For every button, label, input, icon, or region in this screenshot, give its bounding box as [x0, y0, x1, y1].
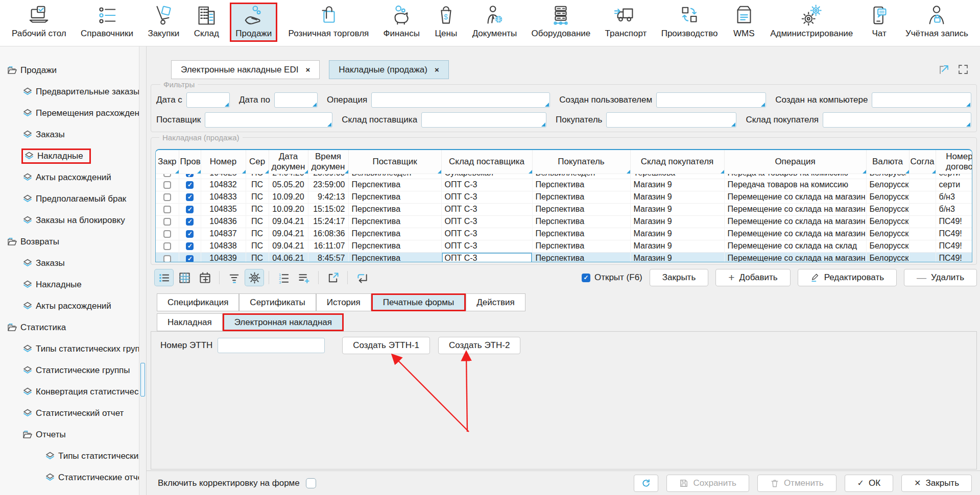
sidebar-item[interactable]: Накладные [0, 274, 139, 295]
add-button[interactable]: +Добавить [715, 269, 790, 286]
checked-checkbox[interactable] [186, 255, 194, 262]
col-contract-number[interactable]: Номер догово [936, 150, 972, 174]
sidebar-item[interactable]: Отчеты [0, 424, 139, 445]
toolbar-item-warehouse[interactable]: Склад [190, 3, 223, 40]
sidebar-item[interactable]: Статистические группы [0, 360, 139, 381]
detail-tab[interactable]: Печатные формы [371, 293, 466, 311]
delete-button[interactable]: —Удалить [904, 269, 977, 286]
document-tab[interactable]: Накладные (продажа) × [329, 60, 448, 79]
table-row[interactable]: 104835 ПС 10.09.20 15:15:02 Перспектива … [156, 203, 972, 215]
table-row[interactable]: 104838 ПС 09.04.21 16:11:07 Перспектива … [156, 240, 972, 252]
cancel-button[interactable]: Отменить [757, 475, 836, 492]
sidebar-item[interactable]: Конвертация статистически [0, 381, 139, 403]
col-number[interactable]: Номер [201, 150, 246, 174]
toolbar-item-retail[interactable]: Розничная торговля [285, 3, 373, 40]
col-operation[interactable]: Операция [724, 150, 866, 174]
closed-checkbox[interactable] [163, 242, 171, 250]
create-ettn1-button[interactable]: Создать ЭТТН-1 [342, 337, 430, 354]
toolbar-item-wms[interactable]: WMS [729, 3, 759, 40]
col-supplier-warehouse[interactable]: Склад поставщика [441, 150, 532, 174]
checked-checkbox[interactable] [186, 242, 194, 250]
buyer-input[interactable] [606, 112, 736, 128]
sidebar-item[interactable]: Статистические отчеты [0, 467, 139, 488]
created-on-computer-input[interactable] [872, 92, 971, 108]
sidebar-item[interactable]: Статистика [0, 317, 139, 338]
checked-checkbox[interactable] [186, 181, 194, 189]
closed-checkbox[interactable] [163, 230, 171, 238]
toolbar-item-account[interactable]: Учётная запись [902, 3, 972, 40]
sidebar-item[interactable]: Заказы [0, 124, 139, 145]
closed-checkbox[interactable] [163, 206, 171, 213]
closed-checkbox[interactable] [163, 174, 171, 177]
document-tab[interactable]: Электронные накладные EDI × [171, 60, 320, 79]
close-icon[interactable]: × [435, 65, 439, 74]
toolbar-item-administration[interactable]: Администрирование [767, 3, 856, 40]
supplier-warehouse-input[interactable] [421, 112, 546, 128]
reload-icon[interactable] [353, 269, 371, 286]
table-row[interactable]: 104832 ПС 05.05.20 23:59:00 Перспектива … [156, 179, 972, 191]
list-add-icon[interactable] [295, 269, 313, 286]
closed-checkbox[interactable] [163, 193, 171, 201]
close-form-button[interactable]: ✕Закрыть [901, 475, 972, 492]
checked-checkbox[interactable] [186, 193, 194, 201]
table-row[interactable]: 104837 ПС 09.04.21 16:08:36 Перспектива … [156, 228, 972, 240]
checked-checkbox[interactable] [186, 174, 194, 177]
col-buyer[interactable]: Покупатель [532, 150, 630, 174]
col-supplier[interactable]: Поставщик [348, 150, 441, 174]
sidebar-item[interactable]: Акты расхождений [0, 295, 139, 317]
correction-checkbox[interactable] [306, 478, 316, 488]
fullscreen-icon[interactable] [958, 64, 969, 75]
date-from-input[interactable] [186, 92, 230, 108]
sidebar-item[interactable]: Продажи [0, 60, 139, 81]
create-etn2-button[interactable]: Создать ЭТН-2 [438, 337, 520, 354]
numbered-list-icon[interactable]: 123 [274, 269, 293, 286]
sidebar-item[interactable]: Акты расхождений [0, 167, 139, 188]
ok-button[interactable]: ✓ОК [845, 475, 894, 492]
sidebar-item[interactable]: Типы статистических отч [0, 445, 139, 467]
table-row[interactable]: 104833 ПС 10.09.20 9:42:13 Перспектива О… [156, 191, 972, 203]
toolbar-item-finance[interactable]: Финансы [380, 3, 423, 40]
col-buyer-warehouse[interactable]: Склад покупателя [630, 150, 724, 174]
grid-view-icon[interactable] [175, 269, 194, 286]
splitter-thumb[interactable] [140, 363, 145, 397]
close-icon[interactable]: × [305, 65, 310, 74]
ettn-number-input[interactable] [218, 338, 325, 353]
table-row-partial[interactable]: 104825 ПС 24.04.20 23:59:00 Вельвиллесде… [156, 174, 972, 179]
toolbar-item-transport[interactable]: Транспорт [602, 3, 651, 40]
table-row[interactable]: 104836 ПС 09.04.21 15:24:17 Перспектива … [156, 215, 972, 228]
operation-input[interactable] [371, 92, 550, 108]
detail-tab[interactable]: Сертификаты [239, 293, 316, 311]
closed-checkbox[interactable] [163, 255, 171, 262]
toolbar-item-production[interactable]: Производство [658, 3, 722, 40]
sidebar-item[interactable]: Предполагаемый брак [0, 188, 139, 210]
sidebar-item[interactable]: Возвраты [0, 231, 139, 253]
detail-tab[interactable]: Действия [466, 293, 525, 311]
toolbar-item-documents[interactable]: Документы [469, 3, 521, 40]
toolbar-item-chat[interactable]: Чат [864, 3, 895, 40]
buyer-warehouse-input[interactable] [823, 112, 971, 128]
checked-checkbox[interactable] [186, 218, 194, 226]
col-checked[interactable]: Пров [179, 150, 201, 174]
toolbar-item-sales[interactable]: Продажи [230, 3, 277, 42]
col-closed[interactable]: Закр [156, 150, 179, 174]
popout-icon[interactable] [938, 64, 949, 75]
detail-tab[interactable]: История [316, 293, 371, 311]
sidebar-item[interactable]: Типы статистических групп [0, 338, 139, 360]
save-button[interactable]: Сохранить [666, 475, 749, 492]
refresh-button[interactable] [634, 475, 658, 492]
created-by-user-input[interactable] [656, 92, 766, 108]
col-doc-time[interactable]: Время докумен [308, 150, 348, 174]
sidebar-item[interactable]: Статистический отчет [0, 403, 139, 424]
sidebar-item[interactable]: Заказы на блокировку [0, 210, 139, 231]
toolbar-item-desktop[interactable]: Рабочий стол [8, 3, 70, 40]
sidebar-item[interactable]: Накладные [0, 145, 139, 167]
col-agreed[interactable]: Согла [909, 150, 936, 174]
detail-tab[interactable]: Спецификация [157, 293, 239, 311]
list-view-icon[interactable] [155, 269, 173, 286]
toolbar-item-equipment[interactable]: Оборудование [528, 3, 594, 40]
gear-icon[interactable] [245, 269, 264, 286]
table-row[interactable]: 104839 ПС 04.06.21 8:45:57 Перспектива О… [156, 252, 972, 262]
sidebar-item[interactable]: Перемещения расхождени [0, 103, 139, 124]
open-external-icon[interactable] [324, 269, 342, 286]
sidebar-splitter[interactable] [139, 46, 147, 495]
